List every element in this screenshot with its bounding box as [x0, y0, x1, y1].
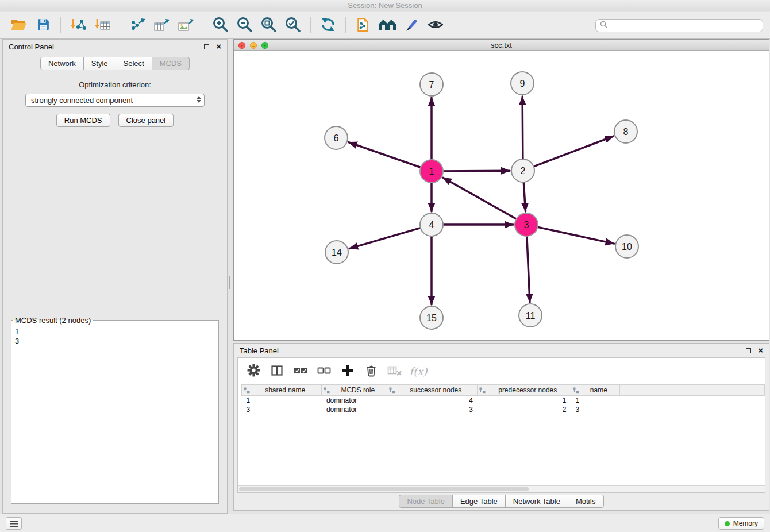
zoom-in-button[interactable]	[209, 14, 233, 36]
mcds-result-item: 1	[15, 327, 215, 337]
search-box[interactable]	[595, 19, 763, 32]
table-cell: 2	[478, 405, 571, 414]
column-header-empty	[619, 385, 764, 396]
float-table-panel-icon[interactable]	[746, 348, 751, 353]
style-brush-button[interactable]	[399, 14, 424, 36]
graph-node-10[interactable]: 10	[615, 235, 638, 258]
graph-node-6[interactable]: 6	[325, 126, 348, 149]
table-cell: dominator	[322, 405, 387, 414]
graph-node-11[interactable]: 11	[519, 304, 542, 327]
column-header-MCDS-role[interactable]: MCDS role	[322, 385, 387, 396]
memory-button[interactable]: Memory	[718, 517, 764, 530]
save-session-button[interactable]	[31, 14, 55, 36]
mcds-result-item: 3	[15, 337, 215, 346]
table-row[interactable]: 3dominator323	[242, 405, 765, 414]
status-menu-button[interactable]	[6, 517, 22, 530]
table-panel-header: Table Panel	[234, 344, 769, 357]
float-panel-icon[interactable]	[204, 44, 209, 49]
graph-node-3[interactable]: 3	[515, 213, 538, 236]
toolbar-separator	[60, 17, 61, 33]
network-window-title: scc.txt	[491, 41, 512, 49]
table-cell: 1	[571, 396, 620, 405]
show-hide-graphics-button[interactable]	[424, 14, 448, 36]
graph-node-7[interactable]: 7	[420, 73, 443, 96]
column-header-shared-name[interactable]: shared name	[242, 385, 322, 396]
svg-text:6: 6	[334, 133, 339, 143]
tab-node-table[interactable]: Node Table	[399, 495, 453, 508]
table-cell: 1	[242, 396, 322, 405]
graph-edge-3-11[interactable]	[526, 226, 530, 302]
table-row[interactable]: 1dominator411	[242, 396, 765, 405]
run-mcds-button[interactable]: Run MCDS	[56, 114, 110, 127]
graph-edge-1-6[interactable]	[349, 142, 430, 171]
graph-node-1[interactable]: 1	[420, 160, 443, 183]
window-close-icon[interactable]	[238, 42, 245, 49]
refresh-button[interactable]	[316, 14, 340, 36]
table-cell	[619, 396, 764, 405]
column-header-predecessor-nodes[interactable]: predecessor nodes	[478, 385, 571, 396]
graph-edge-3-10[interactable]	[528, 225, 614, 244]
tab-style[interactable]: Style	[83, 57, 116, 70]
search-icon	[600, 21, 607, 30]
graph-edge-4-14[interactable]	[349, 225, 430, 249]
tab-motifs[interactable]: Motifs	[568, 495, 604, 508]
tab-edge-table[interactable]: Edge Table	[452, 495, 506, 508]
create-column-button[interactable]	[340, 364, 355, 379]
import-network-button[interactable]	[66, 14, 90, 36]
import-table-button[interactable]	[90, 14, 114, 36]
graph-edge-2-9[interactable]	[522, 97, 523, 169]
network-canvas[interactable]: 7968124314101511	[234, 51, 769, 340]
tab-network-table[interactable]: Network Table	[505, 495, 568, 508]
table-horizontal-scrollbar[interactable]	[238, 485, 765, 492]
close-panel-icon[interactable]	[216, 44, 221, 49]
first-neighbors-button[interactable]	[375, 14, 399, 36]
window-zoom-icon[interactable]	[261, 42, 268, 49]
graph-edge-3-1[interactable]	[443, 178, 525, 223]
column-header-name[interactable]: name	[571, 385, 620, 396]
status-bar: Memory	[0, 514, 770, 532]
control-panel: Control Panel NetworkStyleSelectMCDS Opt…	[2, 39, 228, 514]
scrollbar-thumb[interactable]	[239, 487, 529, 491]
main-toolbar	[0, 12, 770, 39]
graph-edge-2-8[interactable]	[525, 136, 614, 170]
graph-node-9[interactable]: 9	[511, 72, 534, 95]
export-table-button[interactable]	[149, 14, 174, 36]
tab-select[interactable]: Select	[116, 57, 152, 70]
graph-edge-1-2[interactable]	[433, 171, 510, 171]
delete-columns-button[interactable]	[364, 364, 379, 379]
search-input[interactable]	[610, 21, 759, 30]
show-hide-graphics-icon	[428, 19, 443, 32]
graph-node-4[interactable]: 4	[420, 213, 443, 236]
export-image-button[interactable]	[174, 14, 198, 36]
vertical-splitter[interactable]	[228, 39, 233, 514]
svg-text:11: 11	[526, 311, 536, 321]
zoom-in-icon	[212, 16, 229, 35]
close-panel-button[interactable]: Close panel	[118, 114, 174, 127]
graph-node-2[interactable]: 2	[511, 159, 534, 182]
graph-node-15[interactable]: 15	[420, 306, 443, 329]
export-network-button[interactable]	[125, 14, 149, 36]
zoom-fit-button[interactable]	[257, 14, 281, 36]
table-cell: 4	[387, 396, 478, 405]
open-file-button[interactable]	[7, 14, 31, 36]
window-minimize-icon[interactable]	[250, 42, 257, 49]
mcds-tab-content: Optimization criterion: strongly connect…	[6, 72, 224, 510]
graph-node-14[interactable]: 14	[325, 241, 348, 264]
close-table-panel-icon[interactable]	[758, 348, 763, 353]
unselect-all-columns-icon	[317, 365, 331, 377]
copy-view-button[interactable]	[351, 14, 375, 36]
split-panel-button[interactable]	[270, 364, 284, 379]
optimization-select[interactable]: strongly connected component	[25, 94, 205, 107]
select-all-columns-button[interactable]	[293, 364, 308, 379]
tab-mcds[interactable]: MCDS	[152, 57, 190, 70]
mcds-result-list[interactable]: 13	[11, 327, 218, 503]
column-type-icon	[389, 387, 395, 395]
column-settings-button[interactable]	[246, 364, 261, 379]
delete-columns-icon	[364, 364, 378, 379]
column-header-successor-nodes[interactable]: successor nodes	[387, 385, 478, 396]
unselect-all-columns-button[interactable]	[317, 364, 332, 379]
graph-node-8[interactable]: 8	[614, 120, 637, 143]
zoom-out-button[interactable]	[233, 14, 257, 36]
tab-network[interactable]: Network	[40, 57, 84, 70]
zoom-selected-button[interactable]	[281, 14, 305, 36]
